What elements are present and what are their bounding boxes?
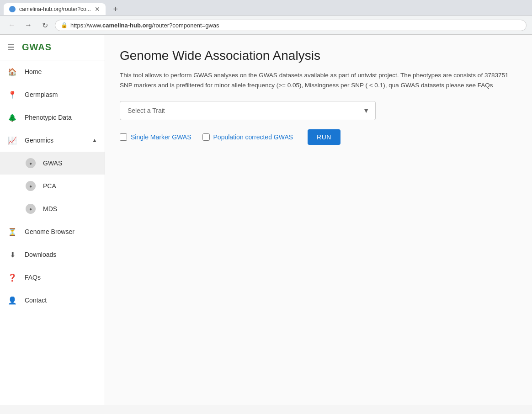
trait-select[interactable]: Select a Trait bbox=[120, 101, 376, 120]
back-button[interactable]: ← bbox=[5, 19, 18, 32]
sidebar-item-gwas-label: GWAS bbox=[43, 159, 97, 167]
tab-title: camelina-hub.org/router?co... bbox=[19, 6, 91, 12]
population-corrected-checkbox[interactable] bbox=[202, 133, 210, 141]
reload-button[interactable]: ↻ bbox=[38, 19, 51, 32]
home-icon: 🏠 bbox=[7, 67, 17, 77]
main-content: Genome Wide Association Analysis This to… bbox=[105, 35, 532, 405]
forward-button[interactable]: → bbox=[22, 19, 35, 32]
page-title: Genome Wide Association Analysis bbox=[120, 48, 517, 63]
sidebar: ☰ GWAS 🏠 Home 📍 Germplasm 🌲 Phenotypic D… bbox=[0, 35, 105, 405]
tab-bar: camelina-hub.org/router?co... ✕ + bbox=[0, 0, 532, 16]
mds-icon: ● bbox=[26, 204, 36, 214]
hamburger-icon[interactable]: ☰ bbox=[7, 42, 15, 53]
single-marker-checkbox-label[interactable]: Single Marker GWAS bbox=[120, 133, 192, 141]
sidebar-item-faqs-label: FAQs bbox=[25, 274, 97, 281]
sidebar-item-downloads-label: Downloads bbox=[25, 251, 97, 258]
single-marker-checkbox[interactable] bbox=[120, 133, 127, 141]
downloads-icon: ⬇ bbox=[7, 249, 17, 260]
sidebar-item-contact-label: Contact bbox=[25, 297, 97, 304]
sidebar-item-phenotypic-data[interactable]: 🌲 Phenotypic Data bbox=[0, 106, 105, 129]
pca-icon: ● bbox=[26, 181, 36, 191]
tab-close-button[interactable]: ✕ bbox=[95, 6, 100, 12]
url-domain: camelina-hub.org bbox=[102, 22, 152, 29]
security-icon: 🔒 bbox=[61, 22, 68, 28]
sidebar-item-germplasm-label: Germplasm bbox=[25, 91, 97, 98]
sidebar-item-genomics[interactable]: 📈 Genomics ▲ bbox=[0, 129, 105, 152]
phenotypic-data-icon: 🌲 bbox=[7, 112, 17, 122]
sidebar-item-germplasm[interactable]: 📍 Germplasm bbox=[0, 83, 105, 106]
url-post: /router?component=gwas bbox=[152, 22, 219, 29]
active-tab[interactable]: camelina-hub.org/router?co... ✕ bbox=[4, 3, 106, 15]
sidebar-item-genomics-label: Genomics bbox=[25, 137, 85, 144]
sidebar-item-genome-browser[interactable]: ⏳ Genome Browser bbox=[0, 220, 105, 243]
genome-browser-icon: ⏳ bbox=[7, 227, 17, 237]
single-marker-label: Single Marker GWAS bbox=[131, 133, 192, 141]
browser-chrome: camelina-hub.org/router?co... ✕ + ← → ↻ … bbox=[0, 0, 532, 35]
sidebar-item-pca-label: PCA bbox=[43, 182, 97, 190]
sidebar-item-gwas[interactable]: ● GWAS bbox=[0, 152, 105, 175]
genomics-icon: 📈 bbox=[7, 135, 17, 145]
sidebar-item-phenotypic-data-label: Phenotypic Data bbox=[25, 114, 97, 121]
nav-items: 🏠 Home 📍 Germplasm 🌲 Phenotypic Data 📈 G… bbox=[0, 60, 105, 405]
tab-favicon bbox=[9, 6, 16, 12]
url-display: https://www.camelina-hub.org/router?comp… bbox=[70, 22, 219, 29]
app-header: ☰ GWAS bbox=[0, 35, 105, 60]
sidebar-item-mds-label: MDS bbox=[43, 205, 97, 212]
sidebar-item-pca[interactable]: ● PCA bbox=[0, 175, 105, 197]
app-container: ☰ GWAS 🏠 Home 📍 Germplasm 🌲 Phenotypic D… bbox=[0, 35, 532, 405]
run-button[interactable]: RUN bbox=[308, 129, 340, 145]
url-pre: https://www. bbox=[70, 22, 102, 29]
trait-select-wrapper: Select a Trait ▼ bbox=[120, 101, 376, 120]
population-corrected-checkbox-label[interactable]: Population corrected GWAS bbox=[202, 133, 293, 141]
gwas-icon: ● bbox=[26, 158, 36, 168]
faqs-icon: ❓ bbox=[7, 272, 17, 282]
population-corrected-label: Population corrected GWAS bbox=[213, 133, 293, 141]
contact-icon: 👤 bbox=[7, 295, 17, 305]
sidebar-item-genome-browser-label: Genome Browser bbox=[25, 228, 97, 235]
navigation-bar: ← → ↻ 🔒 https://www.camelina-hub.org/rou… bbox=[0, 16, 532, 34]
address-bar[interactable]: 🔒 https://www.camelina-hub.org/router?co… bbox=[55, 20, 527, 31]
sidebar-item-mds[interactable]: ● MDS bbox=[0, 197, 105, 220]
germplasm-icon: 📍 bbox=[7, 90, 17, 100]
sidebar-item-faqs[interactable]: ❓ FAQs bbox=[0, 266, 105, 289]
sidebar-item-home-label: Home bbox=[25, 68, 97, 75]
gwas-options: Single Marker GWAS Population corrected … bbox=[120, 129, 517, 145]
sidebar-item-downloads[interactable]: ⬇ Downloads bbox=[0, 243, 105, 266]
app-title: GWAS bbox=[22, 42, 52, 53]
genomics-expand-icon: ▲ bbox=[92, 137, 97, 143]
page-description: This tool allows to perform GWAS analyse… bbox=[120, 70, 517, 90]
sidebar-item-contact[interactable]: 👤 Contact bbox=[0, 289, 105, 312]
sidebar-item-home[interactable]: 🏠 Home bbox=[0, 60, 105, 83]
new-tab-button[interactable]: + bbox=[109, 3, 122, 16]
